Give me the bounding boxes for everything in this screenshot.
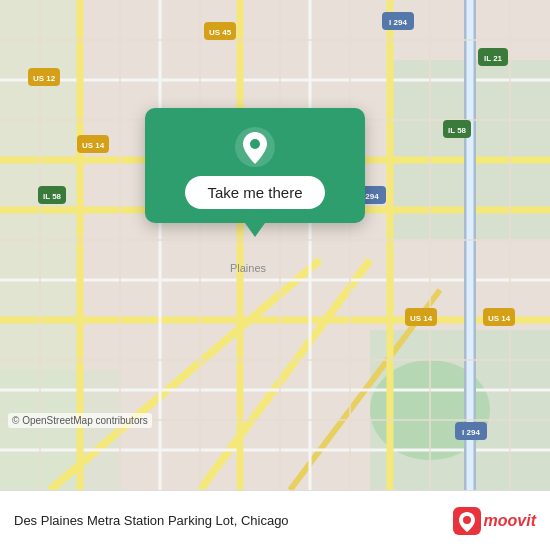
svg-point-64 bbox=[463, 516, 471, 524]
location-pin-icon bbox=[234, 126, 276, 168]
svg-text:US 12: US 12 bbox=[33, 74, 56, 83]
svg-point-62 bbox=[250, 139, 260, 149]
location-label: Des Plaines Metra Station Parking Lot, C… bbox=[14, 513, 453, 528]
take-me-there-button[interactable]: Take me there bbox=[185, 176, 324, 209]
svg-text:IL 58: IL 58 bbox=[448, 126, 467, 135]
moovit-logo: moovit bbox=[453, 507, 536, 535]
svg-rect-5 bbox=[0, 370, 120, 490]
moovit-brand-text: moovit bbox=[484, 512, 536, 530]
popup-card: Take me there bbox=[145, 108, 365, 223]
copyright-text: © OpenStreetMap contributors bbox=[8, 413, 152, 428]
svg-text:Plaines: Plaines bbox=[230, 262, 267, 274]
bottom-bar: Des Plaines Metra Station Parking Lot, C… bbox=[0, 490, 550, 550]
svg-text:US 14: US 14 bbox=[488, 314, 511, 323]
svg-text:US 45: US 45 bbox=[209, 28, 232, 37]
svg-text:I 294: I 294 bbox=[389, 18, 407, 27]
svg-text:294: 294 bbox=[365, 192, 379, 201]
svg-text:US 14: US 14 bbox=[82, 141, 105, 150]
svg-text:IL 21: IL 21 bbox=[484, 54, 503, 63]
svg-text:US 14: US 14 bbox=[410, 314, 433, 323]
moovit-icon bbox=[453, 507, 481, 535]
svg-text:IL 58: IL 58 bbox=[43, 192, 62, 201]
svg-text:I 294: I 294 bbox=[462, 428, 480, 437]
map-container: Plaines US 12 US 45 I 294 IL 21 IL 58 US… bbox=[0, 0, 550, 490]
